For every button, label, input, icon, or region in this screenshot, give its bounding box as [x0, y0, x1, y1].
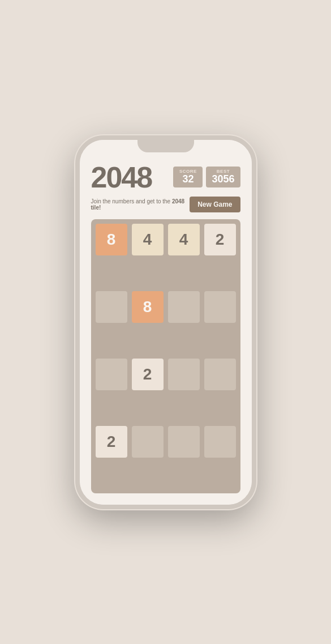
tile-r4c2: [132, 426, 164, 458]
tile-r3c3: [168, 359, 200, 390]
tile-r3c1: [96, 359, 127, 390]
tile-r3c4: [204, 359, 236, 390]
phone-frame: 2048 SCORE 32 BEST 3056 Join the numbers…: [75, 135, 256, 509]
phone-notch: [137, 140, 194, 152]
tile-r2c1: [96, 291, 127, 323]
best-value: 3056: [212, 174, 234, 185]
subtitle-row: Join the numbers and get to the 2048 til…: [91, 197, 240, 212]
tile-r4c4: [204, 426, 236, 458]
phone-screen: 2048 SCORE 32 BEST 3056 Join the numbers…: [80, 140, 252, 505]
tile-r4c1: 2: [96, 426, 127, 458]
tile-r3c2: 2: [132, 359, 164, 390]
tile-r1c3: 4: [168, 224, 200, 255]
tile-r4c3: [168, 426, 200, 458]
score-container: SCORE 32 BEST 3056: [173, 167, 240, 187]
game-board: 8 4 4 2 8 2 2: [91, 219, 240, 493]
tile-r1c2: 4: [132, 224, 164, 255]
tile-r1c4: 2: [204, 224, 236, 255]
best-box: BEST 3056: [206, 167, 240, 187]
header: 2048 SCORE 32 BEST 3056: [91, 163, 240, 192]
score-box: SCORE 32: [173, 167, 203, 187]
subtitle-text: Join the numbers and get to the 2048 til…: [91, 198, 190, 211]
new-game-button[interactable]: New Game: [190, 197, 240, 212]
tile-r1c1: 8: [96, 224, 127, 255]
tile-r2c2: 8: [132, 291, 164, 323]
tile-r2c3: [168, 291, 200, 323]
tile-r2c4: [204, 291, 236, 323]
score-value: 32: [179, 174, 197, 185]
game-title: 2048: [91, 163, 152, 192]
